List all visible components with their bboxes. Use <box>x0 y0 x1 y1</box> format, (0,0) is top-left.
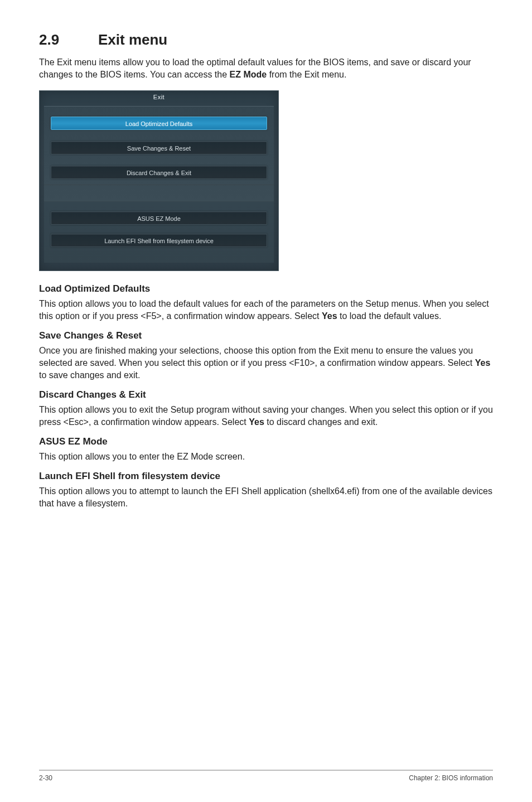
bios-tab-exit[interactable]: Exit <box>139 91 179 106</box>
desc-save-reset: Once you are finished making your select… <box>39 345 493 381</box>
desc-bold: Yes <box>475 358 491 368</box>
subhead-save-reset: Save Changes & Reset <box>39 330 493 341</box>
page-number: 2-30 <box>39 774 52 782</box>
desc-bold: Yes <box>322 311 337 321</box>
page-footer: 2-30 Chapter 2: BIOS information <box>39 770 493 782</box>
desc-text: to discard changes and exit. <box>264 417 378 427</box>
desc-bold: Yes <box>249 417 264 427</box>
bios-item-launch-efi-shell[interactable]: Launch EFI Shell from filesystem device <box>51 234 267 247</box>
desc-discard-exit: This option allows you to exit the Setup… <box>39 404 493 428</box>
bios-menu-top: Load Optimized Defaults Save Changes & R… <box>44 106 274 201</box>
bios-item-asus-ez-mode[interactable]: ASUS EZ Mode <box>51 211 267 225</box>
desc-load-defaults: This option allows you to load the defau… <box>39 298 493 322</box>
desc-ez-mode: This option allows you to enter the EZ M… <box>39 451 493 463</box>
intro-paragraph: The Exit menu items allow you to load th… <box>39 56 493 81</box>
chapter-label: Chapter 2: BIOS information <box>409 774 493 782</box>
bios-item-save-changes-reset[interactable]: Save Changes & Reset <box>51 141 267 154</box>
subhead-ez-mode: ASUS EZ Mode <box>39 436 493 447</box>
intro-bold: EZ Mode <box>230 70 267 79</box>
bios-divider <box>44 185 274 185</box>
desc-text: to load the default values. <box>337 311 442 321</box>
bios-item-discard-changes-exit[interactable]: Discard Changes & Exit <box>51 166 267 179</box>
desc-text: Once you are finished making your select… <box>39 346 475 368</box>
section-heading: 2.9Exit menu <box>39 31 493 49</box>
desc-efi-shell: This option allows you to attempt to lau… <box>39 485 493 510</box>
subhead-load-defaults: Load Optimized Defaults <box>39 283 493 294</box>
intro-text-2: from the Exit menu. <box>267 70 346 79</box>
bios-item-load-optimized-defaults[interactable]: Load Optimized Defaults <box>51 117 267 130</box>
section-number: 2.9 <box>39 31 98 49</box>
section-title-text: Exit menu <box>98 31 167 48</box>
bios-menu-bottom: ASUS EZ Mode Launch EFI Shell from files… <box>44 201 274 263</box>
subhead-efi-shell: Launch EFI Shell from filesystem device <box>39 471 493 482</box>
bios-exit-panel: Exit Load Optimized Defaults Save Change… <box>39 90 279 271</box>
desc-text: to save changes and exit. <box>39 370 140 380</box>
subhead-discard-exit: Discard Changes & Exit <box>39 389 493 400</box>
